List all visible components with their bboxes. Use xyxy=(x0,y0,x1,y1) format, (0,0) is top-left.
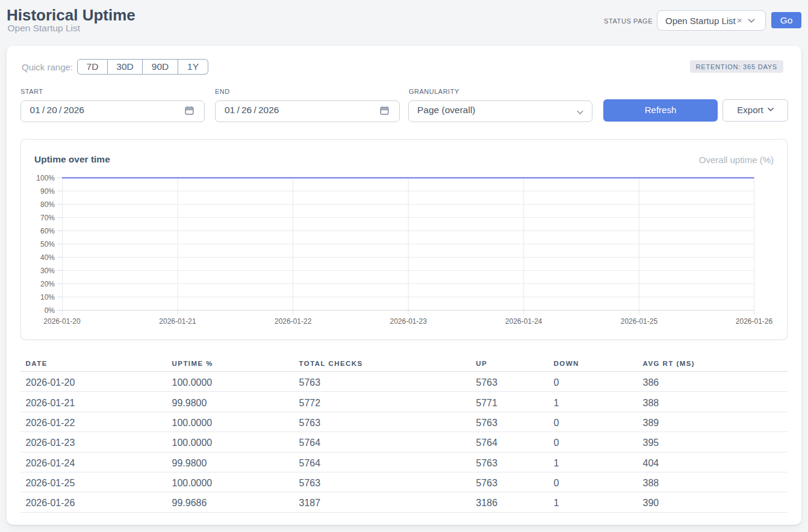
svg-text:30%: 30% xyxy=(40,267,55,275)
svg-text:2026-01-21: 2026-01-21 xyxy=(159,317,196,326)
svg-text:2026-01-26: 2026-01-26 xyxy=(736,317,773,326)
svg-text:0%: 0% xyxy=(45,306,55,315)
svg-text:2026-01-23: 2026-01-23 xyxy=(390,317,427,326)
svg-text:80%: 80% xyxy=(40,200,55,209)
svg-text:20%: 20% xyxy=(40,280,55,288)
svg-text:2026-01-22: 2026-01-22 xyxy=(275,317,312,326)
svg-text:50%: 50% xyxy=(40,240,55,249)
svg-text:2026-01-24: 2026-01-24 xyxy=(505,317,542,326)
svg-text:40%: 40% xyxy=(40,253,55,262)
svg-text:2026-01-20: 2026-01-20 xyxy=(43,317,81,326)
svg-text:70%: 70% xyxy=(40,214,55,222)
svg-text:10%: 10% xyxy=(40,293,55,302)
svg-text:90%: 90% xyxy=(40,187,55,196)
svg-text:60%: 60% xyxy=(40,227,55,235)
svg-text:2026-01-25: 2026-01-25 xyxy=(621,317,658,326)
svg-text:100%: 100% xyxy=(36,174,55,182)
